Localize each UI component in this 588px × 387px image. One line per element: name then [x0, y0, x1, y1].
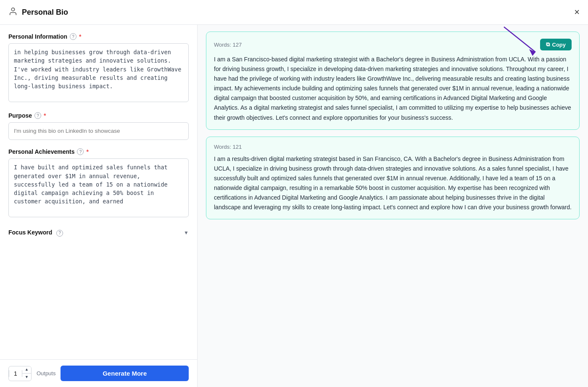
result1-words-count: Words: 127 ⧉ Copy [214, 39, 572, 50]
personal-info-help-icon[interactable]: ? [70, 33, 76, 40]
bottom-bar: ▲ ▼ Outputs Generate More [0, 359, 198, 387]
personal-info-label: Personal Information ? * [8, 33, 189, 40]
generate-more-button[interactable]: Generate More [61, 366, 189, 381]
stepper-down-button[interactable]: ▼ [22, 374, 31, 381]
stepper-up-button[interactable]: ▲ [22, 366, 31, 374]
page-title: Personal Bio [22, 8, 68, 17]
svg-point-0 [11, 8, 14, 11]
focus-keyword-section: Focus Keyword ? ▼ [8, 227, 189, 238]
copy-icon-1: ⧉ [546, 41, 550, 48]
result1-text: I am a San Francisco-based digital marke… [214, 55, 572, 123]
focus-keyword-toggle[interactable]: Focus Keyword ? ▼ [8, 227, 189, 238]
focus-keyword-help-icon[interactable]: ? [56, 230, 63, 237]
result-card-2: Words: 121 I am a results-driven digital… [206, 137, 580, 220]
result2-text: I am a results-driven digital marketing … [214, 154, 572, 213]
personal-info-textarea[interactable]: in helping businesses grow through data-… [8, 43, 189, 102]
header: Personal Bio × [0, 0, 588, 25]
outputs-stepper[interactable]: ▲ ▼ [8, 366, 32, 381]
copy-button-1[interactable]: ⧉ Copy [540, 39, 572, 50]
personal-achievements-help-icon[interactable]: ? [77, 148, 84, 155]
main-content: Personal Information ? * in helping busi… [0, 25, 588, 387]
focus-keyword-label-text: Focus Keyword ? [8, 229, 63, 237]
close-button[interactable]: × [574, 8, 580, 17]
chevron-down-icon: ▼ [184, 230, 189, 236]
personal-achievements-textarea-container: I have built and optimized sales funnels… [8, 158, 189, 219]
personal-info-required: * [79, 33, 81, 40]
personal-info-section: Personal Information ? * in helping busi… [8, 33, 189, 104]
left-panel: Personal Information ? * in helping busi… [0, 25, 198, 387]
purpose-input[interactable] [8, 122, 189, 140]
purpose-section: Purpose ? * [8, 112, 189, 140]
purpose-help-icon[interactable]: ? [34, 112, 41, 119]
outputs-value[interactable] [9, 370, 22, 377]
person-icon [8, 7, 18, 18]
result-card-1: Words: 127 ⧉ Copy I am a San Francisco-b… [206, 32, 580, 130]
outputs-label: Outputs [37, 370, 56, 376]
personal-achievements-section: Personal Achievements ? * I have built a… [8, 148, 189, 219]
right-panel: Words: 127 ⧉ Copy I am a San Francisco-b… [198, 25, 588, 387]
personal-achievements-textarea[interactable]: I have built and optimized sales funnels… [8, 158, 189, 217]
personal-info-textarea-container: in helping businesses grow through data-… [8, 43, 189, 104]
personal-achievements-label: Personal Achievements ? * [8, 148, 189, 155]
result2-words-count: Words: 121 [214, 144, 572, 150]
purpose-label: Purpose ? * [8, 112, 189, 119]
personal-achievements-required: * [86, 148, 88, 155]
purpose-required: * [44, 112, 46, 119]
stepper-buttons: ▲ ▼ [22, 366, 31, 381]
